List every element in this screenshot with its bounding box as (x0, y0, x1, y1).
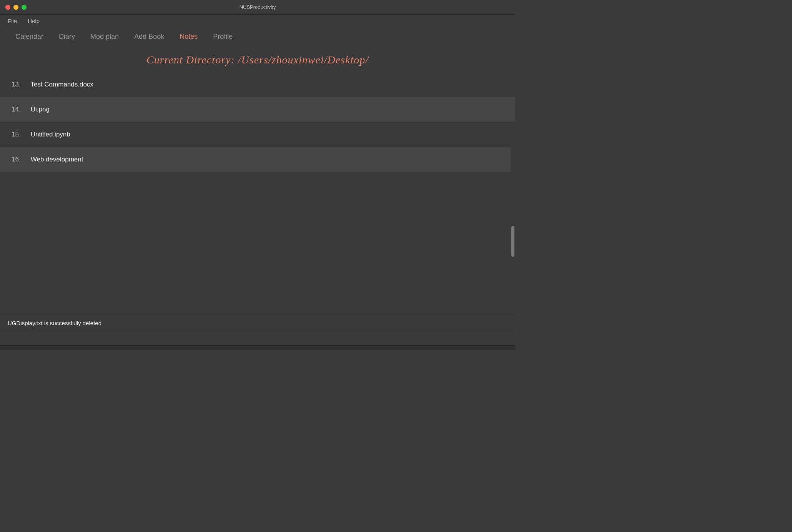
tab-modplan[interactable]: Mod plan (83, 30, 126, 43)
scrollbar-thumb[interactable] (511, 226, 514, 257)
menu-bar: File Help (0, 15, 515, 27)
scrollbar-track[interactable] (511, 134, 515, 314)
tab-notes[interactable]: Notes (172, 30, 205, 43)
tab-calendar[interactable]: Calendar (8, 30, 51, 43)
status-message: UGDisplay.txt is successfully deleted (8, 320, 101, 326)
file-list-container: 13. Test Commands.docx 14. Ui.png 15. Un… (0, 72, 515, 314)
directory-header: Current Directory: /Users/zhouxinwei/Des… (0, 46, 515, 72)
window-controls (5, 5, 27, 10)
item-name: Ui.png (31, 106, 50, 113)
footer-path: ./data/addressbook.json (0, 345, 515, 350)
maximize-button[interactable] (22, 5, 27, 10)
title-bar: NUSProductivity (0, 0, 515, 15)
status-bar: UGDisplay.txt is successfully deleted (0, 314, 515, 332)
item-number: 16. (12, 156, 25, 163)
list-item[interactable]: 15. Untitled.ipynb (0, 122, 515, 147)
item-number: 15. (12, 131, 25, 138)
footer-path-text: ./data/addressbook.json (6, 349, 59, 350)
file-list: 13. Test Commands.docx 14. Ui.png 15. Un… (0, 72, 515, 172)
menu-file[interactable]: File (6, 17, 18, 25)
item-name: Untitled.ipynb (31, 131, 70, 138)
tab-diary[interactable]: Diary (51, 30, 83, 43)
minimize-button[interactable] (13, 5, 18, 10)
tab-profile[interactable]: Profile (205, 30, 240, 43)
list-item[interactable]: 13. Test Commands.docx (0, 72, 515, 97)
close-button[interactable] (5, 5, 10, 10)
item-number: 14. (12, 106, 25, 113)
window-title: NUSProductivity (240, 4, 276, 10)
tab-addbook[interactable]: Add Book (126, 30, 172, 43)
item-number: 13. (12, 81, 25, 88)
item-name: Web development (31, 156, 83, 163)
nav-tabs: Calendar Diary Mod plan Add Book Notes P… (0, 27, 515, 46)
command-input[interactable] (5, 335, 510, 342)
item-name: Test Commands.docx (30, 81, 93, 88)
list-item[interactable]: 16. Web development (0, 147, 515, 172)
main-content: Current Directory: /Users/zhouxinwei/Des… (0, 46, 515, 345)
input-bar (0, 332, 515, 345)
menu-help[interactable]: Help (26, 17, 41, 25)
list-item[interactable]: 14. Ui.png (0, 97, 515, 122)
